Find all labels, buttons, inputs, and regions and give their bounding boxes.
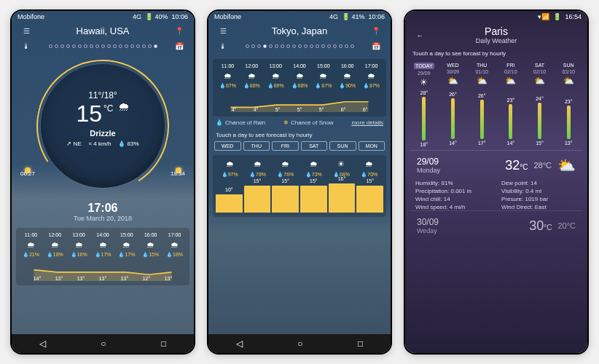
sunrise-time: 06:27 (20, 170, 35, 177)
calendar-icon[interactable]: 📅 (172, 42, 187, 50)
sunset-time: 18:34 (171, 170, 185, 177)
day-tab[interactable]: SAT (301, 141, 328, 151)
daily-col[interactable]: SAT02/10⛅24°15° (525, 63, 555, 147)
day-tabs[interactable]: WEDTHUFRISATSUNMON (208, 141, 391, 151)
location-title[interactable]: Tokyo, Japan (230, 25, 369, 36)
statusbar: Mobifone 4G 🔋 41% 10:06 (208, 11, 391, 23)
calendar-icon[interactable]: 📅 (369, 42, 383, 50)
statusbar: Mobifone 4G 🔋 40% 10:06 (12, 11, 194, 23)
next-day-row[interactable]: 30/09 Weday 30°C 20°C (410, 210, 583, 240)
day-tab[interactable]: SUN (329, 141, 356, 151)
phone-hawaii: Mobifone 4G 🔋 40% 10:06 ☰ Hawaii, USA 📍 … (12, 11, 194, 353)
hourly-forecast[interactable]: 11:0012:0013:0014:0015:0016:0017:00 🌧🌧🌧🌧… (213, 59, 386, 116)
page-subtitle: Daily Weather (427, 37, 565, 44)
phone-tokyo: Mobifone 4G 🔋 41% 10:06 ☰ Tokyo, Japan 📍… (208, 11, 391, 353)
battery-icon: 🔋 (553, 13, 561, 20)
daily-col[interactable]: FRI02/10⛅23°14° (496, 63, 525, 147)
legend-snow: ❄Chance of Snow (283, 119, 334, 126)
next-date: 30/09 (417, 217, 523, 227)
battery-level: 🔋 40% (145, 13, 168, 20)
thermometer-icon[interactable]: 🌡 (216, 42, 230, 50)
phone-paris: ▾📶 🔋 16:54 ← Paris Daily Weather Touch a… (405, 11, 587, 353)
battery-level: 🔋 41% (342, 13, 365, 20)
more-details-link[interactable]: more details (351, 119, 383, 126)
page-dots[interactable] (39, 44, 166, 48)
home-button[interactable]: ○ (297, 339, 302, 349)
menu-icon[interactable]: ☰ (19, 27, 34, 35)
clock: 16:54 (565, 13, 582, 20)
daily-col[interactable]: THU01/10⛅26°17° (467, 63, 496, 147)
signal-indicator: 4G (133, 13, 141, 20)
touch-hint: Touch a day to see forcast by hourly (405, 47, 587, 60)
selected-dayname: Monday (417, 167, 499, 174)
android-navbar[interactable]: ◁ ○ □ (208, 334, 391, 353)
local-date: Tue March 20, 2018 (12, 215, 194, 222)
day-tab[interactable]: WED (214, 141, 241, 151)
daily-col[interactable]: TODAY29/09☀28°18° (410, 63, 439, 147)
back-button[interactable]: ◁ (39, 339, 46, 349)
local-time: 17:06 (12, 202, 194, 215)
location-pin-icon[interactable]: 📍 (369, 27, 383, 35)
next-dayname: Weday (417, 227, 523, 234)
home-button[interactable]: ○ (101, 339, 106, 349)
daily-col[interactable]: SUN03/10⛅23°13° (554, 63, 583, 147)
page-dots[interactable] (236, 44, 363, 48)
selected-lo: 28°C (533, 161, 552, 170)
legend: 💧Chance of Rain ❄Chance of Snow more det… (208, 116, 391, 129)
location-pin-icon[interactable]: 📍 (172, 27, 187, 35)
selected-date: 29/09 (417, 157, 499, 167)
carrier: Mobifone (17, 13, 44, 20)
menu-icon[interactable]: ☰ (216, 27, 230, 35)
day-tab[interactable]: MON (359, 141, 385, 151)
clock: 10:06 (368, 13, 385, 20)
clock: 10:06 (171, 13, 188, 20)
day-tab[interactable]: FRI (272, 141, 299, 151)
hourly-forecast[interactable]: 11:0012:0013:0014:0015:0016:0017:00 🌧🌧🌧🌧… (16, 228, 189, 285)
selected-icon: ⛅ (557, 157, 576, 174)
daily-col[interactable]: WED30/09⛅26°14° (439, 63, 468, 147)
location-title[interactable]: Hawaii, USA (34, 25, 172, 36)
sun-arc (24, 47, 181, 205)
daily-bars[interactable]: 🌧🌧🌧🌧☀🌧 💧97%💧78%💧76%💧73%💧68%💧70% 10°15°15… (213, 155, 386, 217)
selected-details: Humidity: 81%Dew point: 14Precipitation:… (405, 180, 587, 210)
touch-hint: Touch a day to see forecast by hourly (208, 129, 391, 141)
next-hi: 30°C (529, 218, 552, 234)
signal-indicator: 4G (329, 13, 338, 20)
day-tab[interactable]: THU (243, 141, 270, 151)
recent-button[interactable]: □ (358, 339, 363, 349)
back-button[interactable]: ◁ (236, 339, 243, 349)
selected-day-row[interactable]: 29/09 Monday 32°C 28°C ⛅ (410, 150, 583, 180)
location-title: Paris (427, 25, 565, 37)
legend-rain: 💧Chance of Rain (216, 119, 265, 126)
carrier: Mobifone (214, 13, 241, 20)
statusbar: ▾📶 🔋 16:54 (405, 11, 587, 23)
back-arrow-icon[interactable]: ← (412, 31, 427, 39)
weather-dial: 11°/18° 15°C 🌧 Drizzle ↗ NE ≈ 4 km/h 💧 8… (12, 53, 194, 199)
android-navbar[interactable]: ◁ ○ □ (12, 334, 194, 353)
thermometer-icon[interactable]: 🌡 (19, 42, 34, 50)
recent-button[interactable]: □ (161, 339, 166, 349)
next-lo: 20°C (557, 221, 576, 230)
wifi-icon: ▾📶 (538, 13, 549, 20)
selected-hi: 32°C (505, 158, 528, 173)
daily-grid[interactable]: TODAY29/09☀28°18°WED30/09⛅26°14°THU01/10… (405, 60, 587, 150)
